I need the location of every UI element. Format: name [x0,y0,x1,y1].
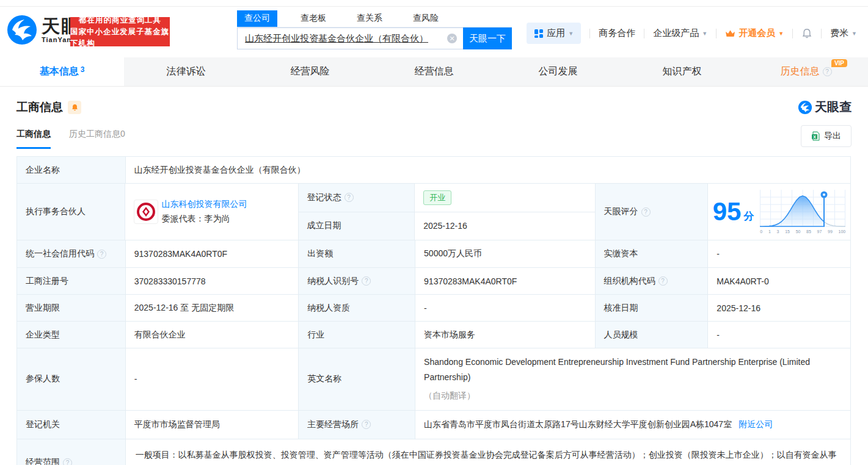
excel-icon: X [811,131,820,141]
question-icon[interactable]: ? [823,67,832,76]
question-icon[interactable]: ? [362,420,371,429]
export-button[interactable]: X 导出 [801,125,852,147]
tianyancha-logo-icon [6,14,38,46]
field-label: 参保人数 [17,348,126,410]
search-tab-risk[interactable]: 查风险 [406,10,446,27]
field-label: 人员规模 [596,322,709,348]
search-button[interactable]: 天眼一下 [463,27,512,49]
question-icon[interactable]: ? [63,458,72,465]
company-page-tabs: 基本信息 3 法律诉讼 经营风险 经营信息 公司发展 知识产权 VIP 历史信息… [0,57,868,87]
chevron-down-icon: ▼ [778,31,784,37]
field-label: 工商注册号 [17,268,126,294]
field-label: 统一社会信用代码 ? [17,240,126,267]
establish-date-value: 2025-12-16 [415,212,594,240]
promo-line-2: 国家中小企业发展子基金旗下机构 [70,26,170,49]
approval-date-value: 2025-12-16 [708,295,850,321]
question-icon[interactable]: ? [362,276,371,286]
registration-number-value: 370283330157778 [126,268,299,294]
search-tabs: 查公司 查老板 查关系 查风险 [237,10,512,27]
search-tab-company[interactable]: 查公司 [237,10,277,27]
nav-separator [792,29,793,38]
business-term-value: 2025-12-16 至 无固定期限 [126,295,299,321]
search-clear-icon[interactable]: ✕ [447,34,457,43]
tab-intellectual-property[interactable]: 知识产权 [620,57,744,86]
question-icon[interactable]: ? [97,250,106,259]
nav-business-coop[interactable]: 商务合作 [599,27,635,39]
tab-history-info[interactable]: VIP 历史信息 ? [744,57,868,86]
field-label: 出资额 [299,240,415,267]
field-label: 天眼评分 ? [596,184,708,240]
nav-open-vip[interactable]: 开通会员 ▼ [725,27,784,39]
field-label: 英文名称 [299,348,415,410]
nav-enterprise-products[interactable]: 企业级产品 ▼ [653,27,707,39]
industry-value: 资本市场服务 [415,322,596,348]
taxpayer-id-value: 91370283MAK4A0RT0F [415,268,596,294]
site-header: 天眼查 TianYanCha.com 都在用的商业查询工具 国家中小企业发展子基… [0,7,868,57]
nav-separator [589,29,590,38]
nav-enterprise-label: 企业级产品 [653,27,699,39]
top-divider [0,0,868,7]
question-icon[interactable]: ? [641,207,651,217]
search-tab-boss[interactable]: 查老板 [293,10,334,27]
field-label: 主要经营场所 ? [299,411,415,439]
score-unit: 分 [743,209,754,223]
vip-badge: VIP [831,59,847,67]
executive-partner-cell: 山东科创投资有限公司 委派代表：李为尚 [125,184,298,240]
tab-basic-info-count: 3 [81,65,85,74]
tab-operation-risk[interactable]: 经营风险 [248,57,372,86]
field-label: 执行事务合伙人 [17,184,125,240]
nav-username: 费米 [830,27,848,39]
table-row: 工商注册号 370283330157778 纳税人识别号 ? 91370283M… [17,268,850,295]
question-icon[interactable]: ? [658,276,668,286]
table-row: 统一社会信用代码 ? 91370283MAK4A0RT0F 出资额 50000万… [17,240,850,268]
business-info-table: 企业名称 山东经开创业投资基金合伙企业（有限合伙） 执行事务合伙人 山东科创投资… [16,156,851,465]
table-row: 登记机关 平度市市场监督管理局 主要经营场所 ? 山东省青岛市平度市凤台街道太原… [17,411,850,439]
question-icon[interactable]: ? [345,193,354,202]
tab-basic-info-label: 基本信息 [40,65,79,78]
taxpayer-qualification-value: - [415,295,596,321]
field-label: 行业 [299,322,415,348]
search-module: 查公司 查老板 查关系 查风险 ✕ 天眼一下 [237,10,512,49]
credit-code-value: 91370283MAK4A0RT0F [126,240,299,267]
field-label: 实缴资本 [596,240,709,267]
paid-capital-value: - [708,240,850,267]
insured-count-value: - [126,348,299,410]
registration-status-value: 开业 [415,184,594,212]
tab-legal[interactable]: 法律诉讼 [124,57,248,86]
field-label: 组织机构代码 ? [596,268,709,294]
search-input[interactable] [237,27,463,49]
table-row: 经营范围 ? 一般项目：以私募基金从事股权投资、投资管理、资产管理等活动（须在中… [17,439,850,465]
nav-apps[interactable]: 应用 ▼ [527,23,581,44]
table-row: 执行事务合伙人 山东科创投资有限公司 委派代表：李为尚 登记状态 ? [17,184,850,240]
promo-line-1: 都在用的商业查询工具 [79,15,161,26]
staff-size-value: - [708,322,850,348]
chevron-down-icon: ▼ [852,31,857,37]
tab-legal-label: 法律诉讼 [167,65,206,78]
tianyancha-watermark-icon [798,100,812,115]
nav-separator [821,29,822,38]
field-label: 营业期限 [17,295,126,321]
field-label: 纳税人识别号 ? [299,268,415,294]
company-name-value: 山东经开创业投资基金合伙企业（有限合伙） [126,157,850,183]
field-label: 核准日期 [596,295,709,321]
subtab-history-business-info[interactable]: 历史工商信息0 [69,129,125,147]
search-tab-relation[interactable]: 查关系 [349,10,390,27]
nav-apps-label: 应用 [547,27,565,39]
tianyancha-watermark: 天眼查 [798,99,852,115]
chevron-down-icon: ▼ [702,31,707,37]
nearby-companies-link[interactable]: 附近公司 [739,419,773,430]
svg-text:X: X [813,135,816,139]
partner-company-link[interactable]: 山东科创投资有限公司 [161,199,247,210]
subscribe-bell-icon[interactable] [68,101,81,114]
nav-user-menu[interactable]: 费米 ▼ [830,27,857,39]
field-label: 成立日期 [299,212,415,240]
tab-company-development[interactable]: 公司发展 [496,57,620,86]
score-curve-chart: 0131550859799100 [760,190,845,234]
capital-value: 50000万人民币 [415,240,596,267]
subtab-business-info[interactable]: 工商信息 [16,129,51,149]
nav-notifications[interactable] [801,28,812,39]
tab-company-development-label: 公司发展 [539,65,578,78]
tab-basic-info[interactable]: 基本信息 3 [0,57,124,86]
tab-operation-info[interactable]: 经营信息 [372,57,496,86]
apps-grid-icon [534,29,544,38]
